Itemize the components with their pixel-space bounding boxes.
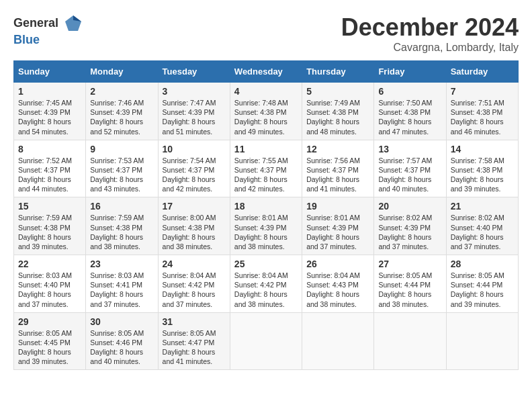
day-info: Sunrise: 8:03 AMSunset: 4:41 PMDaylight:…: [90, 271, 144, 308]
logo-blue: Blue: [13, 33, 40, 46]
day-number: 31: [163, 316, 226, 327]
calendar-cell: 18 Sunrise: 8:01 AMSunset: 4:39 PMDaylig…: [230, 197, 302, 255]
calendar-cell: [446, 312, 518, 370]
logo-general: General: [13, 16, 58, 30]
day-info: Sunrise: 7:57 AMSunset: 4:37 PMDaylight:…: [378, 156, 432, 193]
day-info: Sunrise: 8:00 AMSunset: 4:38 PMDaylight:…: [163, 214, 216, 250]
day-info: Sunrise: 7:50 AMSunset: 4:38 PMDaylight:…: [378, 99, 432, 136]
day-info: Sunrise: 8:05 AMSunset: 4:47 PMDaylight:…: [163, 329, 216, 366]
column-header-sunday: Sunday: [14, 61, 86, 83]
column-header-friday: Friday: [374, 61, 446, 83]
day-info: Sunrise: 7:49 AMSunset: 4:38 PMDaylight:…: [306, 99, 360, 136]
calendar-cell: 6 Sunrise: 7:50 AMSunset: 4:38 PMDayligh…: [374, 83, 446, 140]
day-number: 13: [378, 144, 441, 154]
day-number: 9: [90, 144, 153, 154]
day-info: Sunrise: 7:45 AMSunset: 4:39 PMDaylight:…: [18, 99, 72, 136]
day-info: Sunrise: 8:01 AMSunset: 4:39 PMDaylight:…: [306, 214, 360, 250]
day-number: 21: [451, 201, 514, 212]
calendar-week-row: 29 Sunrise: 8:05 AMSunset: 4:45 PMDaylig…: [14, 312, 519, 370]
day-info: Sunrise: 8:05 AMSunset: 4:44 PMDaylight:…: [378, 271, 432, 308]
day-number: 29: [18, 316, 81, 327]
calendar-week-row: 22 Sunrise: 8:03 AMSunset: 4:40 PMDaylig…: [14, 255, 519, 313]
day-number: 11: [234, 144, 298, 154]
day-info: Sunrise: 8:05 AMSunset: 4:44 PMDaylight:…: [451, 271, 504, 308]
calendar-cell: [302, 312, 374, 370]
calendar-cell: 24 Sunrise: 8:04 AMSunset: 4:42 PMDaylig…: [158, 255, 230, 313]
column-header-thursday: Thursday: [302, 61, 374, 83]
logo: General Blue: [13, 13, 83, 47]
day-number: 15: [18, 201, 81, 212]
column-header-tuesday: Tuesday: [158, 61, 230, 83]
day-info: Sunrise: 8:01 AMSunset: 4:39 PMDaylight:…: [234, 214, 288, 250]
day-number: 1: [18, 86, 81, 97]
day-info: Sunrise: 7:59 AMSunset: 4:38 PMDaylight:…: [90, 214, 144, 250]
day-number: 22: [18, 259, 81, 269]
day-info: Sunrise: 7:48 AMSunset: 4:38 PMDaylight:…: [234, 99, 288, 136]
calendar-cell: 8 Sunrise: 7:52 AMSunset: 4:37 PMDayligh…: [14, 140, 86, 197]
calendar-cell: [374, 312, 446, 370]
day-info: Sunrise: 8:03 AMSunset: 4:40 PMDaylight:…: [18, 271, 72, 308]
calendar-cell: 29 Sunrise: 8:05 AMSunset: 4:45 PMDaylig…: [14, 312, 86, 370]
day-info: Sunrise: 8:04 AMSunset: 4:42 PMDaylight:…: [163, 271, 216, 308]
day-info: Sunrise: 8:05 AMSunset: 4:46 PMDaylight:…: [90, 329, 144, 366]
calendar-cell: 2 Sunrise: 7:46 AMSunset: 4:39 PMDayligh…: [86, 83, 158, 140]
day-number: 4: [234, 86, 298, 97]
day-info: Sunrise: 7:54 AMSunset: 4:37 PMDaylight:…: [163, 156, 216, 193]
calendar-cell: 17 Sunrise: 8:00 AMSunset: 4:38 PMDaylig…: [158, 197, 230, 255]
calendar-cell: 27 Sunrise: 8:05 AMSunset: 4:44 PMDaylig…: [374, 255, 446, 313]
day-number: 5: [306, 86, 369, 97]
day-number: 28: [451, 259, 514, 269]
location: Cavargna, Lombardy, Italy: [341, 42, 519, 54]
day-number: 26: [306, 259, 369, 269]
day-number: 24: [163, 259, 226, 269]
day-info: Sunrise: 8:05 AMSunset: 4:45 PMDaylight:…: [18, 329, 72, 366]
calendar-cell: 1 Sunrise: 7:45 AMSunset: 4:39 PMDayligh…: [14, 83, 86, 140]
day-number: 12: [306, 144, 369, 154]
day-info: Sunrise: 7:52 AMSunset: 4:37 PMDaylight:…: [18, 156, 72, 193]
day-info: Sunrise: 7:46 AMSunset: 4:39 PMDaylight:…: [90, 99, 144, 136]
month-title: December 2024: [341, 13, 519, 42]
day-info: Sunrise: 7:55 AMSunset: 4:37 PMDaylight:…: [234, 156, 288, 193]
day-number: 8: [18, 144, 81, 154]
calendar-cell: 20 Sunrise: 8:02 AMSunset: 4:39 PMDaylig…: [374, 197, 446, 255]
calendar-table: SundayMondayTuesdayWednesdayThursdayFrid…: [13, 60, 519, 370]
calendar-cell: 12 Sunrise: 7:56 AMSunset: 4:37 PMDaylig…: [302, 140, 374, 197]
day-info: Sunrise: 8:04 AMSunset: 4:43 PMDaylight:…: [306, 271, 360, 308]
calendar-week-row: 8 Sunrise: 7:52 AMSunset: 4:37 PMDayligh…: [14, 140, 519, 197]
day-info: Sunrise: 7:53 AMSunset: 4:37 PMDaylight:…: [90, 156, 144, 193]
calendar-week-row: 1 Sunrise: 7:45 AMSunset: 4:39 PMDayligh…: [14, 83, 519, 140]
day-info: Sunrise: 7:59 AMSunset: 4:38 PMDaylight:…: [18, 214, 72, 250]
day-number: 2: [90, 86, 153, 97]
day-number: 23: [90, 259, 153, 269]
day-number: 27: [378, 259, 441, 269]
day-number: 30: [90, 316, 153, 327]
column-header-saturday: Saturday: [446, 61, 518, 83]
day-number: 19: [306, 201, 369, 212]
calendar-cell: 10 Sunrise: 7:54 AMSunset: 4:37 PMDaylig…: [158, 140, 230, 197]
calendar-cell: 16 Sunrise: 7:59 AMSunset: 4:38 PMDaylig…: [86, 197, 158, 255]
calendar-cell: 28 Sunrise: 8:05 AMSunset: 4:44 PMDaylig…: [446, 255, 518, 313]
calendar-cell: [230, 312, 302, 370]
column-header-wednesday: Wednesday: [230, 61, 302, 83]
day-info: Sunrise: 7:47 AMSunset: 4:39 PMDaylight:…: [163, 99, 216, 136]
day-number: 10: [163, 144, 226, 154]
calendar-cell: 31 Sunrise: 8:05 AMSunset: 4:47 PMDaylig…: [158, 312, 230, 370]
title-area: December 2024 Cavargna, Lombardy, Italy: [341, 13, 519, 54]
day-number: 25: [234, 259, 298, 269]
day-number: 17: [163, 201, 226, 212]
calendar-cell: 3 Sunrise: 7:47 AMSunset: 4:39 PMDayligh…: [158, 83, 230, 140]
day-number: 18: [234, 201, 298, 212]
day-info: Sunrise: 8:02 AMSunset: 4:39 PMDaylight:…: [378, 214, 432, 250]
day-info: Sunrise: 8:04 AMSunset: 4:42 PMDaylight:…: [234, 271, 288, 308]
calendar-cell: 23 Sunrise: 8:03 AMSunset: 4:41 PMDaylig…: [86, 255, 158, 313]
calendar-cell: 13 Sunrise: 7:57 AMSunset: 4:37 PMDaylig…: [374, 140, 446, 197]
day-number: 7: [451, 86, 514, 97]
day-info: Sunrise: 7:56 AMSunset: 4:37 PMDaylight:…: [306, 156, 360, 193]
calendar-cell: 11 Sunrise: 7:55 AMSunset: 4:37 PMDaylig…: [230, 140, 302, 197]
calendar-cell: 30 Sunrise: 8:05 AMSunset: 4:46 PMDaylig…: [86, 312, 158, 370]
calendar-cell: 19 Sunrise: 8:01 AMSunset: 4:39 PMDaylig…: [302, 197, 374, 255]
day-info: Sunrise: 7:58 AMSunset: 4:38 PMDaylight:…: [451, 156, 504, 193]
day-number: 6: [378, 86, 441, 97]
calendar-cell: 9 Sunrise: 7:53 AMSunset: 4:37 PMDayligh…: [86, 140, 158, 197]
calendar-cell: 4 Sunrise: 7:48 AMSunset: 4:38 PMDayligh…: [230, 83, 302, 140]
